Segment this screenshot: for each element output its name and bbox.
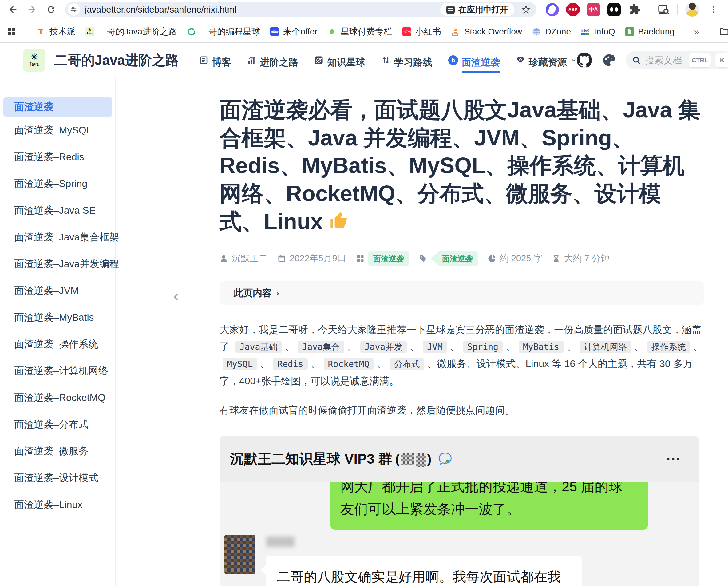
nav-item-resources[interactable]: 珍藏资源 bbox=[516, 43, 577, 77]
sidebar-item-distributed[interactable]: 面渣逆袭–分布式 bbox=[0, 411, 115, 438]
bookmark-item[interactable]: DZone bbox=[532, 27, 571, 36]
nav-item-mianzha-nixi[interactable]: b 面渣逆袭 bbox=[448, 43, 500, 77]
nav-item-blog[interactable]: 博客 bbox=[199, 43, 231, 77]
sidebar-item-collections[interactable]: 面渣逆袭–Java集合框架 bbox=[0, 224, 115, 251]
toc-toggle[interactable]: 此页内容 › bbox=[219, 281, 704, 305]
sidebar-item-os[interactable]: 面渣逆袭–操作系统 bbox=[0, 331, 115, 358]
article-content: 面渣逆袭必看，面试题八股文Java基础、Java 集合框架、Java 并发编程、… bbox=[219, 77, 704, 586]
adblock-plus-extension-icon[interactable]: ABP bbox=[566, 3, 579, 16]
bookmark-item[interactable]: InfoQ InfoQ bbox=[581, 27, 615, 36]
apps-grid-button[interactable] bbox=[7, 27, 16, 36]
open-in-app-button[interactable]: 在应用中打开 bbox=[440, 3, 514, 16]
search-box[interactable]: CTRL K bbox=[626, 51, 728, 70]
bookmark-item[interactable]: ✳Java 二哥的Java进阶之路 bbox=[85, 26, 177, 37]
github-icon[interactable] bbox=[577, 53, 592, 68]
site-logo[interactable]: ✳ Java bbox=[23, 49, 46, 72]
sidebar-item-microservice[interactable]: 面渣逆袭–微服务 bbox=[0, 438, 115, 464]
code-chip: Java集合 bbox=[297, 341, 344, 353]
bookmark-item[interactable]: 二哥的编程星球 bbox=[187, 26, 260, 37]
meta-date: 2022年5月9日 bbox=[277, 252, 346, 265]
app-window-icon bbox=[446, 5, 455, 14]
bookmark-star-button[interactable] bbox=[519, 5, 533, 15]
bookmark-item[interactable]: 小红书 小红书 bbox=[402, 26, 441, 37]
bookmark-item[interactable]: offer 来个offer bbox=[270, 26, 318, 37]
wechat-screenshot: 沉默王二知识星球 VIP3 群 ( ) ••• 网大厂都开启了正式批的投递通 bbox=[219, 436, 699, 586]
wechat-header: 沉默王二知识星球 VIP3 群 ( ) ••• bbox=[219, 436, 699, 482]
bookmark-item[interactable]: T 技术派 bbox=[36, 26, 75, 37]
profile-avatar[interactable] bbox=[685, 2, 699, 17]
sidebar-item-network[interactable]: 面渣逆袭–计算机网络 bbox=[0, 358, 115, 384]
sidebar-item-rocketmq[interactable]: 面渣逆袭–RocketMQ bbox=[0, 384, 115, 411]
tune-icon bbox=[70, 6, 77, 13]
toc-chevron-icon: › bbox=[276, 288, 279, 298]
java-site-favicon: ✳Java bbox=[85, 27, 95, 36]
reload-icon bbox=[46, 5, 56, 15]
extensions-puzzle-icon[interactable] bbox=[628, 3, 641, 16]
extensions-area: ABP 中A bbox=[543, 2, 723, 17]
code-chip: Spring bbox=[463, 341, 503, 353]
sidebar-item-concurrency[interactable]: 面渣逆袭–Java并发编程 bbox=[0, 251, 115, 277]
wechat-green-bubble: 网大厂都开启了正式批的投递通道，25 届的球 友们可以上紧发条冲一波了。 bbox=[331, 482, 648, 530]
paragraph-2: 有球友在做面试官的时候偷偷打开面渣逆袭，然后随便挑点问题问。 bbox=[219, 402, 704, 419]
infoq-favicon: InfoQ bbox=[581, 27, 590, 36]
forward-button[interactable] bbox=[24, 2, 40, 18]
meta-reading-time: 大约 7 分钟 bbox=[552, 252, 609, 265]
reload-button[interactable] bbox=[43, 2, 59, 18]
back-button[interactable] bbox=[5, 2, 21, 18]
sidebar-item-design-pattern[interactable]: 面渣逆袭–设计模式 bbox=[0, 464, 115, 491]
code-chip: Redis bbox=[273, 358, 307, 371]
bookmark-item[interactable]: 星球付费专栏 bbox=[328, 26, 392, 37]
tech-pai-favicon: T bbox=[36, 27, 46, 36]
category-badge[interactable]: 面渣逆袭 bbox=[368, 252, 409, 266]
sidebar-collapse-button[interactable] bbox=[171, 291, 182, 304]
translate-extension-icon[interactable]: 中A bbox=[587, 3, 600, 16]
stackoverflow-favicon bbox=[451, 27, 460, 36]
sidebar-item-jvm[interactable]: 面渣逆袭–JVM bbox=[0, 277, 115, 304]
bookmarks-separator bbox=[26, 26, 26, 37]
logo-burst-icon: ✳ bbox=[30, 53, 37, 61]
censored-member-count bbox=[401, 453, 414, 465]
wechat-chat-body: 网大厂都开启了正式批的投递通道，25 届的球 友们可以上紧发条冲一波了。 二哥的… bbox=[219, 482, 699, 586]
bookmark-item[interactable]: Stack Overflow bbox=[451, 27, 522, 36]
wechat-menu-dots: ••• bbox=[667, 454, 681, 464]
all-bookmarks-button[interactable]: 所有书签 bbox=[719, 26, 728, 37]
site-info-icon[interactable] bbox=[68, 3, 80, 16]
sidebar-item-linux[interactable]: 面渣逆袭–Linux bbox=[0, 491, 115, 518]
sidebar-item-redis[interactable]: 面渣逆袭–Redis bbox=[0, 144, 115, 170]
folder-icon bbox=[719, 27, 728, 36]
browser-menu-button[interactable] bbox=[707, 3, 720, 16]
nav-item-learning-path[interactable]: 学习路线 bbox=[381, 43, 432, 77]
search-input[interactable] bbox=[645, 55, 685, 66]
bookmarks-bar: T 技术派 ✳Java 二哥的Java进阶之路 二哥的编程星球 offer 来个… bbox=[0, 19, 728, 43]
k-key-badge: K bbox=[715, 53, 728, 67]
toolbar-separator bbox=[677, 4, 678, 15]
sidebar: 面渣逆袭 面渣逆袭–MySQL 面渣逆袭–Redis 面渣逆袭–Spring 面… bbox=[0, 77, 115, 586]
planet-column-favicon bbox=[328, 27, 337, 36]
search-icon bbox=[632, 56, 641, 65]
nav-item-roadmap[interactable]: 进阶之路 bbox=[247, 43, 298, 77]
tag-badge[interactable]: 面渣逆袭 bbox=[431, 252, 478, 266]
bookmark-label: Stack Overflow bbox=[464, 27, 522, 36]
dark-extension-icon[interactable] bbox=[607, 3, 621, 16]
site-title[interactable]: 二哥的Java进阶之路 bbox=[54, 51, 179, 70]
bookmark-label: Baeldung bbox=[638, 27, 675, 36]
word-count: 约 2025 字 bbox=[500, 252, 543, 265]
url-bar[interactable]: javabetter.cn/sidebar/sanfene/nixi.html … bbox=[65, 2, 537, 17]
sidebar-item-nixi[interactable]: 面渣逆袭 bbox=[3, 97, 112, 117]
reading-time: 大约 7 分钟 bbox=[564, 252, 609, 265]
search-tab-icon[interactable] bbox=[657, 3, 670, 16]
nav-item-knowledge-planet[interactable]: 知识星球 bbox=[314, 43, 365, 77]
sidebar-item-spring[interactable]: 面渣逆袭–Spring bbox=[0, 170, 115, 197]
meta-category[interactable]: 面渣逆袭 bbox=[356, 252, 409, 266]
sidebar-item-mybatis[interactable]: 面渣逆袭–MyBatis bbox=[0, 304, 115, 331]
bookmarks-overflow-button[interactable]: » bbox=[694, 26, 699, 37]
sidebar-item-mysql[interactable]: 面渣逆袭–MySQL bbox=[0, 117, 115, 144]
sider-extension-icon[interactable] bbox=[546, 3, 559, 16]
bookmark-label: DZone bbox=[545, 27, 571, 36]
bookmark-item[interactable]: Baeldung bbox=[625, 27, 675, 36]
bookmark-label: 二哥的Java进阶之路 bbox=[98, 26, 177, 37]
meta-tag[interactable]: 面渣逆袭 bbox=[419, 252, 478, 266]
nav-label: 博客 bbox=[212, 48, 231, 73]
theme-palette-icon[interactable] bbox=[602, 53, 616, 67]
sidebar-item-javase[interactable]: 面渣逆袭–Java SE bbox=[0, 197, 115, 224]
